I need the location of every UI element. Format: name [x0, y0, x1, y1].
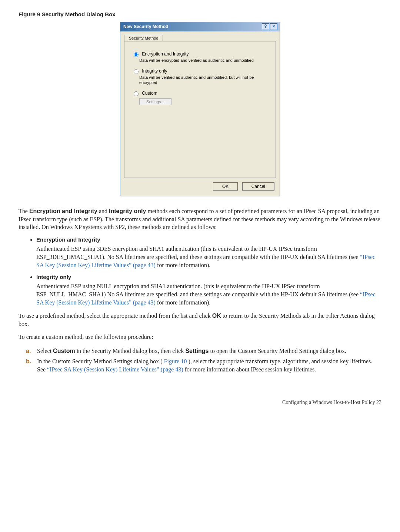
text-span: for more information about IPsec session… — [185, 366, 316, 373]
radio-custom-label: Custom — [142, 91, 157, 96]
text-span: to open the Custom Security Method Setti… — [210, 348, 347, 354]
intro-paragraph: The Encryption and Integrity and Integri… — [19, 207, 381, 231]
radio-encryption-integrity[interactable]: Encryption and Integrity — [132, 51, 270, 57]
list-body: Authenticated ESP using NULL encryption … — [36, 282, 381, 307]
link-ipsec-sa-key-3[interactable]: “IPsec SA Key (Session Key) Lifetime Val… — [47, 366, 183, 373]
page-footer: Configuring a Windows Host-to-Host Polic… — [19, 400, 381, 405]
text-span: for more information). — [157, 299, 210, 306]
list-heading: Integrity only — [36, 274, 71, 280]
dialog-wrapper: New Security Method ? × Security Method … — [19, 22, 381, 196]
tab-panel: Encryption and Integrity Data will be en… — [124, 41, 276, 178]
cancel-button[interactable]: Cancel — [242, 182, 274, 191]
titlebar-buttons: ? × — [262, 23, 277, 30]
list-body: Authenticated ESP using 3DES encryption … — [36, 245, 381, 269]
security-method-dialog: New Security Method ? × Security Method … — [120, 22, 280, 196]
text-span: To use a predefined method, select the a… — [19, 313, 212, 319]
text-span: for more information). — [157, 262, 210, 268]
text-span: Select — [37, 348, 53, 354]
dialog-title: New Security Method — [123, 24, 168, 29]
step-b: In the Custom Security Method Settings d… — [26, 357, 381, 374]
hint-integrity-only: Data will be verified as authentic and u… — [139, 75, 270, 85]
tabstrip: Security Method — [120, 31, 280, 41]
dialog-titlebar: New Security Method ? × — [120, 22, 280, 31]
method-list: Encryption and Integrity Authenticated E… — [19, 236, 381, 307]
radio-integrity-only-label: Integrity only — [142, 68, 167, 74]
text-span: Authenticated ESP using NULL encryption … — [36, 283, 360, 297]
list-heading: Encryption and Integrity — [36, 236, 100, 243]
text-span: in the Security Method dialog box, then … — [77, 348, 186, 354]
figure-caption: Figure 9 Security Method Dialog Box — [19, 11, 381, 17]
hint-encryption-integrity: Data will be encrypted and verified as a… — [139, 58, 270, 63]
list-item-integrity-only: Integrity only Authenticated ESP using N… — [36, 274, 381, 307]
bold-encryption-integrity: Encryption and Integrity — [29, 208, 97, 214]
steps-list: Select Custom in the Security Method dia… — [19, 347, 381, 374]
bold-integrity-only: Integrity only — [109, 208, 146, 214]
ok-button[interactable]: OK — [213, 182, 238, 191]
bold-settings: Settings — [185, 348, 209, 354]
bold-ok: OK — [212, 313, 221, 319]
radio-custom-input[interactable] — [134, 91, 139, 96]
radio-custom[interactable]: Custom — [132, 90, 270, 96]
bold-custom: Custom — [53, 348, 75, 354]
link-figure-10[interactable]: Figure 10 — [164, 358, 187, 364]
dialog-button-row: OK Cancel — [120, 182, 280, 196]
radio-encryption-integrity-input[interactable] — [134, 52, 139, 57]
help-icon[interactable]: ? — [262, 23, 269, 30]
radio-encryption-integrity-label: Encryption and Integrity — [142, 51, 189, 57]
predefined-paragraph: To use a predefined method, select the a… — [19, 312, 381, 328]
list-item-encryption-integrity: Encryption and Integrity Authenticated E… — [36, 236, 381, 269]
text-span: In the Custom Security Method Settings d… — [37, 358, 163, 364]
text-span: Authenticated ESP using 3DES encryption … — [36, 246, 360, 260]
settings-button[interactable]: Settings... — [139, 98, 171, 105]
tab-security-method[interactable]: Security Method — [124, 35, 163, 41]
close-icon[interactable]: × — [270, 23, 277, 30]
custom-intro: To create a custom method, use the follo… — [19, 333, 381, 341]
radio-integrity-only[interactable]: Integrity only — [132, 68, 270, 74]
text-span: The — [19, 208, 29, 214]
step-a: Select Custom in the Security Method dia… — [26, 347, 381, 355]
text-span: and — [99, 208, 109, 214]
radio-integrity-only-input[interactable] — [134, 69, 139, 74]
